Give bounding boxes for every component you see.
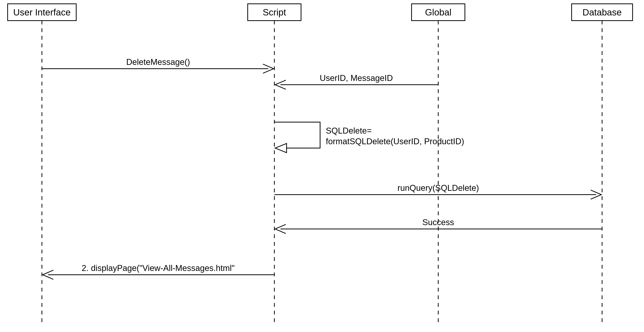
message-success-label: Success	[422, 218, 454, 227]
message-userid-messageid: UserID, MessageID	[275, 73, 438, 89]
lifeline-global-label: Global	[425, 7, 452, 17]
message-run-query-label: runQuery(SQLDelete)	[398, 183, 479, 193]
message-format-sql-delete: SQLDelete= formatSQLDelete(UserID, Produ…	[274, 122, 464, 153]
lifeline-global: Global	[412, 4, 465, 324]
lifeline-database: Database	[572, 4, 632, 324]
message-display-page-label: 2. displayPage("View-All-Messages.html"	[82, 263, 234, 273]
lifeline-script-label: Script	[263, 7, 286, 17]
message-success: Success	[275, 218, 602, 234]
lifeline-database-label: Database	[582, 7, 622, 17]
message-format-sql-delete-label-line1: SQLDelete=	[326, 126, 372, 135]
message-userid-messageid-label: UserID, MessageID	[320, 73, 393, 83]
message-format-sql-delete-label-line2: formatSQLDelete(UserID, ProductID)	[326, 137, 464, 146]
message-delete-message-label: DeleteMessage()	[126, 57, 190, 67]
message-display-page: 2. displayPage("View-All-Messages.html"	[43, 263, 274, 279]
svg-marker-10	[275, 143, 286, 153]
lifeline-user-interface-label: User Interface	[13, 7, 70, 17]
message-delete-message: DeleteMessage()	[42, 57, 274, 73]
sequence-diagram: User Interface Script Global Database De…	[0, 0, 644, 332]
lifeline-user-interface: User Interface	[8, 4, 76, 324]
lifeline-script: Script	[248, 4, 301, 324]
